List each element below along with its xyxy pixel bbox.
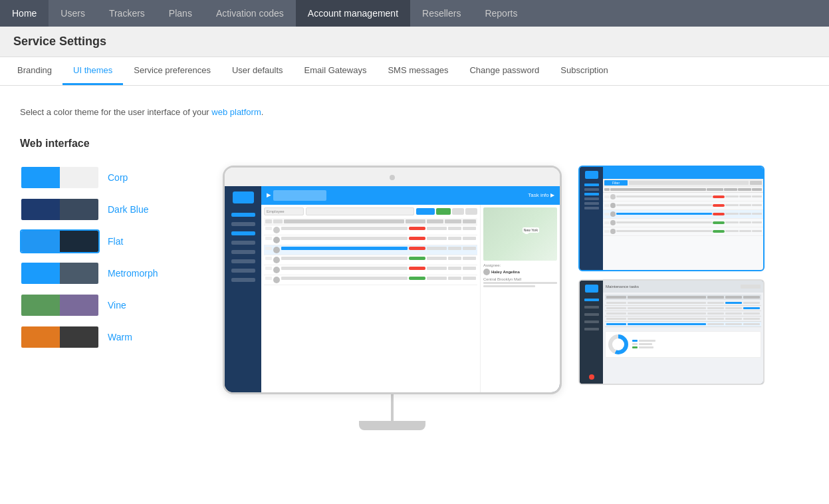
- tab-branding[interactable]: Branding: [7, 57, 62, 85]
- ss-content-2: Maintenance tasks: [603, 281, 763, 384]
- ss-item2-2: [584, 306, 599, 309]
- ss-item-3: [584, 193, 599, 195]
- ss-item-1: [584, 184, 599, 186]
- ss-sidebar-2: [580, 281, 603, 384]
- nav-item-trackers[interactable]: Trackers: [97, 0, 157, 27]
- nav-item-users[interactable]: Users: [49, 0, 97, 27]
- intro-link[interactable]: web platform: [211, 107, 261, 117]
- fake-sidebar-item-1: [231, 213, 255, 217]
- fake-sidebar-item-6: [231, 259, 255, 263]
- ss-logo-2: [585, 285, 598, 293]
- screenshot-thumb-2[interactable]: Maintenance tasks: [578, 279, 765, 385]
- ss-item2-1: [584, 299, 599, 301]
- fake-sidebar-item-4: [231, 241, 255, 245]
- fake-sidebar-item-3: [231, 231, 255, 235]
- tab-email-gateways[interactable]: Email Gateways: [294, 57, 378, 85]
- monitor-base: [359, 421, 425, 430]
- ss-logo-1: [585, 171, 598, 179]
- theme-name-dark-blue: Dark Blue: [108, 204, 148, 215]
- ss-item-2: [584, 188, 599, 191]
- theme-name-metromorph: Metromorph: [108, 268, 158, 279]
- fake-sidebar: [225, 186, 261, 392]
- nav-item-activation-codes[interactable]: Activation codes: [204, 0, 296, 27]
- screenshot-inner-2: Maintenance tasks: [580, 281, 763, 384]
- ss-item2-3: [584, 313, 599, 316]
- tab-service-preferences[interactable]: Service preferences: [123, 57, 221, 85]
- tab-user-defaults[interactable]: User defaults: [221, 57, 294, 85]
- theme-option-dark-blue[interactable]: Dark Blue: [20, 197, 206, 221]
- ss-item-6: [584, 207, 599, 209]
- screenshot-inner-1: Filter: [580, 167, 763, 270]
- fake-sidebar-item-7: [231, 269, 255, 273]
- ss-topbar-2: Maintenance tasks: [603, 281, 763, 293]
- theme-name-vine: Vine: [108, 300, 126, 311]
- themes-layout: Corp Dark Blue Flat: [20, 166, 809, 430]
- nav-item-home[interactable]: Home: [0, 0, 49, 27]
- fake-sidebar-item-8: [231, 278, 255, 282]
- ss-item-4: [584, 197, 599, 200]
- ss-sidebar-1: [580, 167, 603, 270]
- monitor-power-dot: [390, 175, 395, 180]
- ss-item2-4: [584, 320, 599, 323]
- theme-swatch-vine: [20, 293, 100, 317]
- page-title: Service Settings: [13, 35, 816, 49]
- service-settings-header: Service Settings: [0, 27, 829, 57]
- nav-item-plans[interactable]: Plans: [157, 0, 204, 27]
- theme-swatch-corp: [20, 166, 100, 189]
- ss-content-1: Filter: [603, 167, 763, 270]
- fake-body: Employee: [261, 205, 560, 392]
- fake-search: [273, 190, 326, 201]
- monitor-neck: [391, 394, 394, 421]
- screenshots-panel: Filter: [578, 166, 765, 385]
- theme-swatch-dark-blue: [20, 197, 100, 221]
- fake-task-panel: New York Assignee: Haley Angelina: [480, 205, 560, 392]
- themes-list: Corp Dark Blue Flat: [20, 166, 206, 349]
- intro-text: Select a color theme for the user interf…: [20, 106, 809, 119]
- content-area: Select a color theme for the user interf…: [0, 86, 829, 450]
- theme-name-flat: Flat: [108, 236, 123, 247]
- nav-item-reports[interactable]: Reports: [473, 0, 529, 27]
- monitor-screen: ▶ Task info ▶ Employee: [225, 186, 560, 392]
- tabs-bar: Branding UI themes Service preferences U…: [0, 57, 829, 86]
- fake-sidebar-item-5: [231, 250, 255, 254]
- monitor-frame: ▶ Task info ▶ Employee: [223, 166, 562, 394]
- tab-change-password[interactable]: Change password: [459, 57, 550, 85]
- fake-screen-content: ▶ Task info ▶ Employee: [225, 186, 560, 392]
- fake-topbar: ▶ Task info ▶: [261, 186, 560, 205]
- nav-item-resellers[interactable]: Resellers: [410, 0, 473, 27]
- fake-logo: [233, 191, 254, 203]
- tab-subscription[interactable]: Subscription: [550, 57, 619, 85]
- theme-option-flat[interactable]: Flat: [20, 229, 206, 253]
- theme-swatch-warm: [20, 325, 100, 349]
- tab-ui-themes[interactable]: UI themes: [62, 57, 123, 85]
- section-title: Web interface: [20, 138, 809, 150]
- ss-topbar-1: [603, 167, 763, 179]
- theme-name-warm: Warm: [108, 332, 132, 342]
- theme-swatch-flat: [20, 229, 100, 253]
- monitor-preview: ▶ Task info ▶ Employee: [219, 166, 565, 430]
- top-navigation: Home Users Trackers Plans Activation cod…: [0, 0, 829, 27]
- fake-main-content: ▶ Task info ▶ Employee: [261, 186, 560, 392]
- fake-sidebar-item-2: [231, 222, 255, 226]
- theme-option-metromorph[interactable]: Metromorph: [20, 261, 206, 285]
- theme-swatch-metromorph: [20, 261, 100, 285]
- theme-name-corp: Corp: [108, 172, 128, 183]
- theme-option-vine[interactable]: Vine: [20, 293, 206, 317]
- nav-item-account-management[interactable]: Account management: [296, 0, 410, 27]
- theme-option-warm[interactable]: Warm: [20, 325, 206, 349]
- ss-item-5: [584, 202, 599, 205]
- theme-option-corp[interactable]: Corp: [20, 166, 206, 189]
- ss-item2-5: [584, 328, 599, 330]
- monitor-dot-bar: [225, 168, 560, 186]
- fake-table-area: Employee: [261, 205, 480, 392]
- page-container: Service Settings Branding UI themes Serv…: [0, 27, 829, 504]
- tab-sms-messages[interactable]: SMS messages: [377, 57, 459, 85]
- screenshot-thumb-1[interactable]: Filter: [578, 166, 765, 271]
